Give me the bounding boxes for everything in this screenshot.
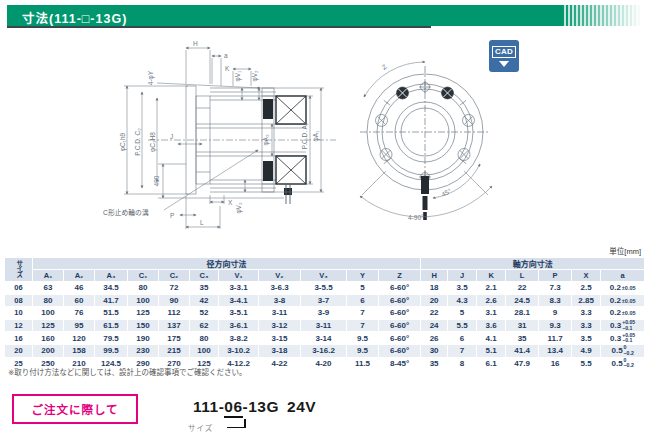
column-header: C₂ [159, 270, 190, 282]
table-cell: 3-11 [301, 319, 347, 332]
table-row: 121259561.5150137623-6.13-123-1176-60°24… [5, 319, 645, 332]
table-cell: 2.6 [477, 294, 506, 307]
table-cell: 100 [33, 307, 64, 320]
table-cell: 7 [347, 319, 379, 332]
table-cell: 47.9 [506, 357, 539, 370]
table-cell: 6.1 [477, 357, 506, 370]
table-cell: 160 [33, 332, 64, 345]
table-cell: 9.5 [347, 332, 379, 345]
dim-label-k: K [225, 65, 230, 72]
table-cell: 3-7 [301, 294, 347, 307]
table-cell: 35 [506, 332, 539, 345]
column-header: a [601, 270, 645, 282]
table-cell: 5.5 [572, 357, 601, 370]
table-cell: 8 [448, 357, 477, 370]
table-cell: 8.3 [539, 294, 572, 307]
table-cell: 6 [448, 332, 477, 345]
table-cell: 30 [421, 344, 448, 357]
table-cell: 35 [190, 282, 219, 295]
table-cell: 22 [506, 282, 539, 295]
table-cell: 22 [421, 307, 448, 320]
table-cell: 4-22 [259, 357, 301, 370]
table-cell: 120 [64, 332, 95, 345]
table-cell: 9 [539, 307, 572, 320]
page-title: 寸法(111-□-13G) [22, 8, 127, 27]
table-cell: 41.7 [95, 294, 128, 307]
table-cell: 125 [128, 307, 159, 320]
table-cell: 6-60° [379, 282, 421, 295]
tolerance-cell: 0.2±0.05 [601, 307, 645, 320]
column-header: V₁ [219, 270, 259, 282]
table-cell: 80 [33, 294, 64, 307]
table-row: 2020015899.52302151003-10.23-183-16.29.5… [5, 344, 645, 357]
cad-download-button[interactable]: CAD [489, 40, 519, 72]
table-cell: 3.5 [448, 282, 477, 295]
table-cell: 6 [347, 294, 379, 307]
dim-label-4-90deg: 4-90° [408, 214, 424, 221]
table-cell: 6-60° [379, 332, 421, 345]
table-cell: 100 [190, 344, 219, 357]
table-cell: 79.5 [95, 332, 128, 345]
size-cell: 08 [5, 294, 33, 307]
table-cell: 5 [448, 307, 477, 320]
table-cell: 3-6.3 [259, 282, 301, 295]
table-cell: 11.5 [347, 357, 379, 370]
table-cell: 3-3.1 [219, 282, 259, 295]
table-cell: 26 [421, 332, 448, 345]
table-cell: 28.1 [506, 307, 539, 320]
table-cell: 11.7 [539, 332, 572, 345]
table-cell: 4.9 [572, 344, 601, 357]
table-cell: 3.3 [572, 319, 601, 332]
table-cell: 24.5 [506, 294, 539, 307]
table-cell: 16 [539, 357, 572, 370]
table-cell: 8-45° [379, 357, 421, 370]
table-cell: 175 [159, 332, 190, 345]
dim-label-phi-v1: φV₁ [234, 70, 242, 82]
table-cell: 3.3 [572, 307, 601, 320]
table-cell: 7.3 [539, 282, 572, 295]
dim-label-45deg: 45° [440, 187, 452, 198]
dim-label-p: P [170, 212, 174, 219]
header-stripe-decoration [562, 5, 642, 26]
table-cell: 95 [64, 319, 95, 332]
section-header-bar: 寸法(111-□-13G) [7, 5, 642, 26]
table-cell: 76 [64, 307, 95, 320]
table-cell: 112 [159, 307, 190, 320]
table-cell: 6-60° [379, 319, 421, 332]
column-header: Y [347, 270, 379, 282]
size-cell: 10 [5, 307, 33, 320]
dim-label-phi-v3: φV₃ [235, 202, 243, 214]
table-cell: 7 [448, 344, 477, 357]
dims-table: サイズ 径方向寸法 軸方向寸法 A₁A₂A₃C₁C₂C₃V₁V₂V₃YZHJKL… [4, 257, 645, 370]
table-cell: 18 [421, 282, 448, 295]
table-cell: 3-5.1 [219, 307, 259, 320]
column-header: V₃ [301, 270, 347, 282]
table-cell: 5 [347, 282, 379, 295]
column-header: A₃ [95, 270, 128, 282]
table-cell: 3-18 [259, 344, 301, 357]
table-body: 06634634.58072353-3.13-6.33-5.556-60°183… [5, 282, 645, 370]
catalog-page: 寸法(111-□-13G) [0, 0, 649, 447]
part-number-voltage: 24V [287, 398, 316, 415]
table-cell: 2.1 [477, 282, 506, 295]
cross-section-svg: H a K 4-φY φC₁h9 P.C.D. C₂ φC₃H8 J φV₁ φ… [100, 38, 350, 234]
group-header-row: サイズ 径方向寸法 軸方向寸法 [5, 258, 645, 270]
dim-label-z: Z [380, 63, 387, 71]
left-drawing-cross-section: H a K 4-φY φC₁h9 P.C.D. C₂ φC₃H8 J φV₁ φ… [100, 38, 350, 234]
table-cell: 42 [190, 294, 219, 307]
cad-download-arrow-icon [499, 61, 509, 67]
column-header: C₃ [190, 270, 219, 282]
table-cell: 63 [33, 282, 64, 295]
c-ring-groove-note: C形止め輪の溝 [103, 208, 149, 217]
dim-label-wire-length: 400 [153, 175, 160, 186]
dim-label-a: a [224, 52, 228, 59]
table-cell: 62 [190, 319, 219, 332]
table-cell: 35 [421, 357, 448, 370]
table-cell: 3.6 [477, 319, 506, 332]
front-view-svg: Z 45° 4-90° [330, 48, 525, 235]
table-cell: 60 [64, 294, 95, 307]
part-number-prefix: 111- [193, 398, 224, 415]
dim-label-pcd-c2: P.C.D. C₂ [134, 128, 141, 156]
column-header: C₁ [128, 270, 159, 282]
dim-label-phi-v2: φV₂ [251, 70, 259, 82]
